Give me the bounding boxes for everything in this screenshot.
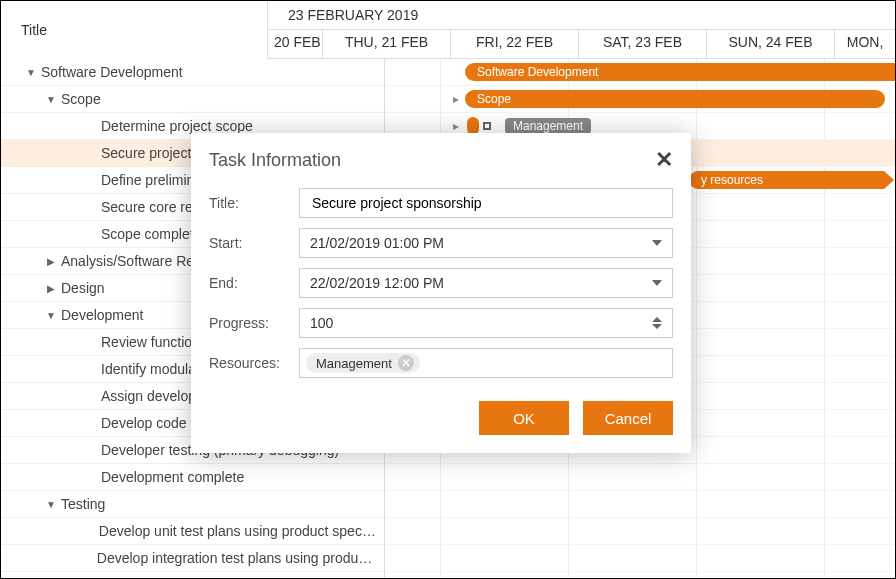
- gantt-row: Software Development: [385, 59, 895, 86]
- cancel-button[interactable]: Cancel: [583, 401, 673, 435]
- tree-item-label: Development complete: [101, 469, 244, 485]
- tree-row[interactable]: Develop integration test plans using pro…: [1, 545, 384, 572]
- day-column: SAT, 23 FEB: [579, 30, 707, 58]
- start-datetime-value: 21/02/2019 01:00 PM: [310, 235, 444, 251]
- dialog-title: Task Information: [209, 150, 341, 171]
- ok-button[interactable]: OK: [479, 401, 569, 435]
- step-down-icon[interactable]: [652, 324, 662, 329]
- chip-remove-icon[interactable]: ✕: [398, 355, 414, 371]
- gantt-row: [385, 545, 895, 572]
- chevron-right-icon[interactable]: ▶: [41, 278, 61, 298]
- progress-stepper[interactable]: 100: [299, 308, 673, 338]
- tree-row[interactable]: Development complete: [1, 464, 384, 491]
- day-column: SUN, 24 FEB: [707, 30, 835, 58]
- dependency-handle-icon[interactable]: ▸: [453, 92, 459, 106]
- day-column: THU, 21 FEB: [323, 30, 451, 58]
- resource-tag: Management: [505, 118, 591, 134]
- tree-item-label: Software Development: [41, 64, 183, 80]
- day-column: MON,: [835, 30, 895, 58]
- tree-item-label: Design: [61, 280, 105, 296]
- resource-chip-label: Management: [316, 356, 392, 371]
- tree-item-label: Scope: [61, 91, 101, 107]
- field-label-progress: Progress:: [209, 315, 299, 331]
- progress-value: 100: [310, 315, 333, 331]
- tree-item-label: Develop integration test plans using pro…: [97, 550, 376, 566]
- title-input-text[interactable]: [310, 194, 662, 212]
- close-icon[interactable]: ✕: [655, 147, 673, 173]
- tree-header-title: Title: [1, 1, 268, 59]
- field-label-start: Start:: [209, 235, 299, 251]
- tree-item-label: Development: [61, 307, 144, 323]
- timeline-month-label: 23 FEBRUARY 2019: [268, 1, 895, 29]
- resources-input[interactable]: Management ✕: [299, 348, 673, 378]
- gantt-bar[interactable]: y resources: [689, 171, 884, 189]
- task-information-dialog: Task Information ✕ Title: Start: 21/02/2…: [191, 133, 691, 453]
- chevron-down-icon[interactable]: [652, 280, 662, 286]
- chevron-down-icon[interactable]: ▼: [41, 494, 61, 514]
- dependency-handle-icon[interactable]: ▸: [453, 119, 459, 133]
- resource-chip[interactable]: Management ✕: [306, 353, 420, 373]
- field-label-end: End:: [209, 275, 299, 291]
- gantt-row: [385, 491, 895, 518]
- title-input[interactable]: [299, 188, 673, 218]
- end-datetime-value: 22/02/2019 12:00 PM: [310, 275, 444, 291]
- gantt-row: ▸Scope: [385, 86, 895, 113]
- start-datetime-input[interactable]: 21/02/2019 01:00 PM: [299, 228, 673, 258]
- tree-item-label: Develop code: [101, 415, 187, 431]
- gantt-bar[interactable]: Software Development: [465, 63, 896, 81]
- day-column: 20 FEB: [268, 30, 323, 58]
- tree-row[interactable]: ▼Scope: [1, 86, 384, 113]
- tree-item-label: Determine project scope: [101, 118, 253, 134]
- field-label-resources: Resources:: [209, 355, 299, 371]
- gantt-row: [385, 464, 895, 491]
- step-up-icon[interactable]: [652, 317, 662, 322]
- chevron-right-icon[interactable]: ▶: [41, 251, 61, 271]
- chevron-down-icon[interactable]: ▼: [41, 89, 61, 109]
- tree-row[interactable]: ▼Testing: [1, 491, 384, 518]
- tree-row[interactable]: Develop unit test plans using product sp…: [1, 518, 384, 545]
- field-label-title: Title:: [209, 195, 299, 211]
- chevron-down-icon[interactable]: [652, 240, 662, 246]
- tree-item-label: Testing: [61, 496, 105, 512]
- tree-item-label: Develop unit test plans using product sp…: [99, 523, 376, 539]
- chevron-down-icon[interactable]: ▼: [41, 305, 61, 325]
- tree-item-label: Scope complete: [101, 226, 201, 242]
- milestone-icon: [483, 122, 491, 130]
- gantt-bar[interactable]: Scope: [465, 90, 885, 108]
- bar-caret-icon: [884, 171, 894, 189]
- end-datetime-input[interactable]: 22/02/2019 12:00 PM: [299, 268, 673, 298]
- gantt-row: [385, 518, 895, 545]
- day-column: FRI, 22 FEB: [451, 30, 579, 58]
- tree-row[interactable]: ▼Software Development: [1, 59, 384, 86]
- chevron-down-icon[interactable]: ▼: [21, 62, 41, 82]
